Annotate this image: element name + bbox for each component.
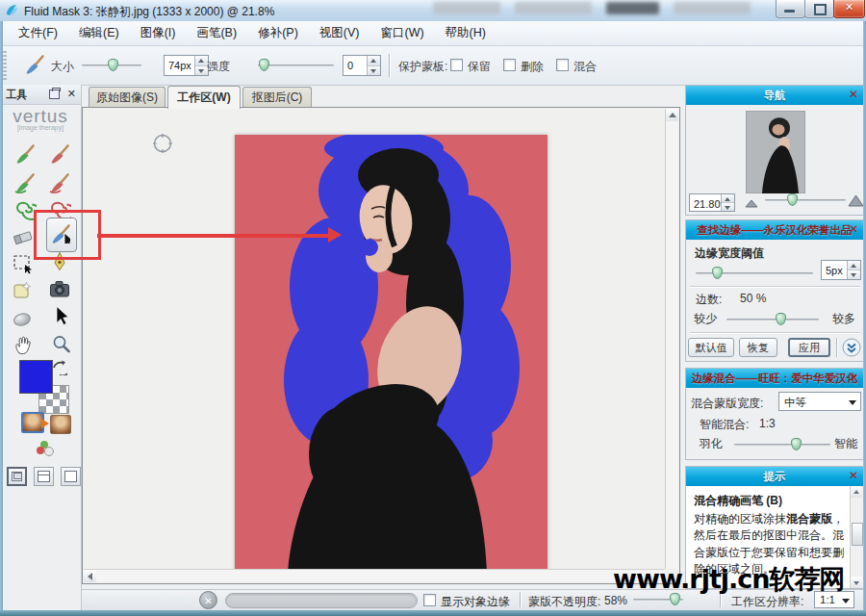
tool-blob[interactable] xyxy=(12,306,35,329)
photo-canvas[interactable] xyxy=(235,135,548,572)
tool-marquee[interactable] xyxy=(12,252,35,275)
feather-handle[interactable] xyxy=(791,438,802,450)
before-after-thumbnails[interactable] xyxy=(21,412,69,435)
threshold-spin-up[interactable] xyxy=(848,261,860,270)
brush-strength-spinner[interactable]: 0 xyxy=(343,55,381,76)
menu-item-patch[interactable]: 修补(P) xyxy=(247,21,309,45)
minimize-button[interactable] xyxy=(776,0,805,18)
hint-header[interactable]: 提示 ✕ xyxy=(686,467,863,486)
nav-zoom-down-button[interactable] xyxy=(722,203,734,211)
navigator-zoom-handle[interactable] xyxy=(787,193,798,206)
fewer-label: 较少 xyxy=(694,311,717,327)
edge-threshold-handle[interactable] xyxy=(712,267,723,279)
tool-local-delete-brush[interactable] xyxy=(48,171,71,194)
stop-button[interactable]: ✕ xyxy=(199,591,217,609)
blue-brush-dab xyxy=(361,239,378,256)
edge-threshold-spinner[interactable]: 5px xyxy=(821,260,861,280)
edge-blend-close-icon[interactable]: ✕ xyxy=(849,371,858,384)
canvas-workspace[interactable] xyxy=(82,107,680,584)
show-object-edges-checkbox[interactable] xyxy=(423,594,436,606)
more-label: 较多 xyxy=(832,311,855,327)
zoom-out-mountain-icon[interactable] xyxy=(745,197,758,208)
tool-hand[interactable] xyxy=(12,333,35,356)
tool-local-keep-brush[interactable] xyxy=(13,171,37,194)
window-titlebar[interactable]: Fluid Mask 3: 张静初.jpg (1333 x 2000) @ 21… xyxy=(0,0,866,22)
menu-item-brush[interactable]: 画笔(B) xyxy=(186,21,247,45)
strength-spin-up-button[interactable] xyxy=(368,56,380,66)
blend-checkbox[interactable] xyxy=(556,59,569,71)
expand-chevrons-icon[interactable] xyxy=(842,338,861,357)
strength-spin-down-button[interactable] xyxy=(368,66,380,76)
brush-size-slider[interactable] xyxy=(82,59,141,72)
application-window: Fluid Mask 3: 张静初.jpg (1333 x 2000) @ 21… xyxy=(0,0,866,616)
delete-checkbox[interactable] xyxy=(503,59,516,71)
menu-item-help[interactable]: 帮助(H) xyxy=(435,21,497,45)
navigator-zoom-slider[interactable] xyxy=(765,193,846,207)
hint-scroll-thumb[interactable] xyxy=(852,523,863,546)
maximize-button[interactable] xyxy=(804,0,834,18)
hint-close-icon[interactable]: ✕ xyxy=(849,469,858,482)
threshold-spin-down[interactable] xyxy=(848,270,860,279)
toolbar-grip[interactable] xyxy=(3,51,7,80)
find-edges-close-icon[interactable]: ✕ xyxy=(849,222,858,236)
workspace-layout-button-1[interactable] xyxy=(7,467,27,486)
tab-after-cutout[interactable]: 抠图后(C) xyxy=(242,87,312,108)
tab-workspace[interactable]: 工作区(W) xyxy=(167,86,241,109)
panel-float-icon[interactable] xyxy=(49,90,60,99)
tool-exact-keep-brush[interactable] xyxy=(13,142,37,166)
brush-strength-slider[interactable] xyxy=(258,59,334,72)
edges-count-handle[interactable] xyxy=(776,313,786,325)
tool-eraser[interactable] xyxy=(12,225,35,248)
blend-checkbox-label[interactable]: 混合 xyxy=(573,59,597,75)
tool-patch[interactable] xyxy=(12,279,35,302)
delete-checkbox-label[interactable]: 删除 xyxy=(521,59,544,75)
keep-checkbox[interactable] xyxy=(450,59,463,71)
find-edges-header[interactable]: 查找边缘——永乐汉化荣誉出品 ✕ xyxy=(686,220,863,240)
close-button[interactable]: ✕ xyxy=(833,0,865,18)
tools-panel-header[interactable]: 工具 ✕ xyxy=(0,85,81,105)
edges-count-value: 50 % xyxy=(740,292,766,305)
navigator-thumbnail[interactable] xyxy=(746,111,805,193)
menu-item-file[interactable]: 文件(F) xyxy=(8,21,68,45)
zoom-in-mountain-icon[interactable] xyxy=(848,193,864,207)
apply-button[interactable]: 应用 xyxy=(788,338,830,357)
show-object-edges-label[interactable]: 显示对象边缘 xyxy=(441,594,510,610)
foreground-color-swatch[interactable] xyxy=(19,360,53,394)
menu-item-window[interactable]: 窗口(W) xyxy=(369,21,434,45)
menu-item-view[interactable]: 视图(V) xyxy=(309,21,370,45)
default-button[interactable]: 默认值 xyxy=(688,338,734,357)
menu-item-image[interactable]: 图像(I) xyxy=(130,21,187,45)
tool-camera[interactable] xyxy=(48,277,71,300)
scroll-up-button[interactable] xyxy=(666,109,678,121)
hint-scroll-down[interactable] xyxy=(851,577,862,588)
navigator-header[interactable]: 导航 ✕ xyxy=(686,86,863,105)
brush-strength-slider-handle[interactable] xyxy=(259,59,269,71)
color-mode-icon[interactable] xyxy=(37,441,52,456)
tool-exact-delete-brush[interactable] xyxy=(48,142,71,166)
workspace-layout-button-2[interactable] xyxy=(34,467,54,486)
nav-zoom-up-button[interactable] xyxy=(722,194,734,203)
navigator-zoom-spinner[interactable]: 21.809 xyxy=(689,193,735,212)
tool-select-arrow[interactable] xyxy=(50,304,73,327)
scroll-left-button[interactable] xyxy=(84,570,96,582)
edges-count-slider[interactable] xyxy=(726,313,819,326)
chevron-down-icon xyxy=(842,599,850,603)
brush-size-spinner[interactable]: 74px xyxy=(164,55,209,76)
edge-blend-header[interactable]: 边缘混合——旺旺：爱中华爱汉化 ✕ xyxy=(686,369,863,388)
blend-width-dropdown[interactable]: 中等 xyxy=(778,392,861,411)
hint-scroll-up[interactable] xyxy=(851,486,862,498)
vertical-scrollbar[interactable] xyxy=(665,109,678,569)
edge-threshold-slider[interactable] xyxy=(696,267,813,280)
tools-panel-close-icon[interactable]: ✕ xyxy=(67,88,76,100)
brush-size-slider-handle[interactable] xyxy=(108,59,118,71)
keep-checkbox-label[interactable]: 保留 xyxy=(468,59,491,75)
tool-zoom[interactable] xyxy=(50,333,73,356)
tab-original-image[interactable]: 原始图像(S) xyxy=(89,87,166,108)
feather-slider[interactable] xyxy=(734,438,830,451)
menu-item-edit[interactable]: 编辑(E) xyxy=(68,21,130,45)
horizontal-scrollbar[interactable] xyxy=(84,569,665,582)
hint-scrollbar[interactable] xyxy=(850,486,863,588)
restore-button[interactable]: 恢复 xyxy=(739,338,777,357)
navigator-close-icon[interactable]: ✕ xyxy=(849,88,858,101)
workspace-layout-button-3[interactable] xyxy=(61,467,81,486)
